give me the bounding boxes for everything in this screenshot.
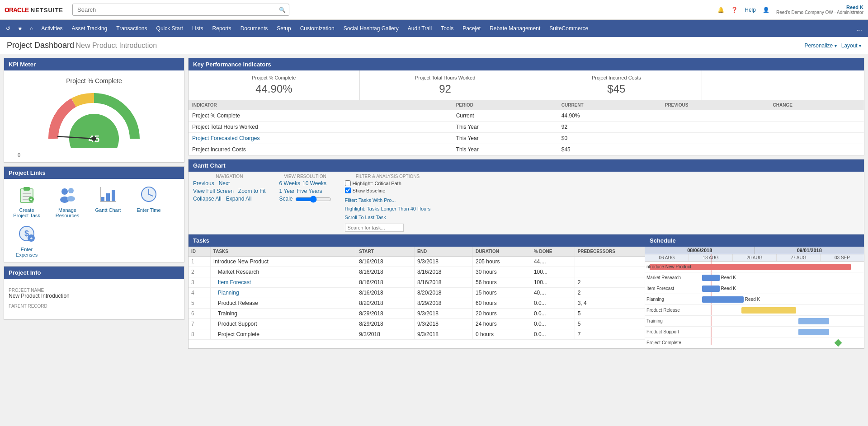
gantt-scale-slider[interactable] xyxy=(295,196,331,203)
svg-point-13 xyxy=(68,188,74,193)
page-actions: Personalize ▾ Layout ▾ xyxy=(805,42,861,49)
gantt-expand-link[interactable]: Expand All xyxy=(226,196,252,202)
gantt-bar[interactable] xyxy=(798,318,829,324)
nav-asset-tracking[interactable]: Asset Tracking xyxy=(67,20,112,37)
nav-reports[interactable]: Reports xyxy=(208,20,236,37)
gantt-bar[interactable] xyxy=(702,296,744,303)
gantt-scale-btn[interactable]: Scale xyxy=(279,196,293,203)
link-manage-resources[interactable]: ManageResources xyxy=(49,183,85,218)
date-06aug: 06 AUG xyxy=(645,254,689,261)
nav-rebate[interactable]: Rebate Management xyxy=(485,20,545,37)
kpi-metrics-row: Project % Complete 44.90% Project Total … xyxy=(189,70,864,100)
gantt-collapse-link[interactable]: Collapse All xyxy=(193,196,222,202)
nav-tools[interactable]: Tools xyxy=(436,20,458,37)
date-major-aug: 08/06/2018 xyxy=(645,247,755,254)
gantt-row-label: Item Forecast xyxy=(646,286,674,291)
nav-quick-start[interactable]: Quick Start xyxy=(152,20,188,37)
layout-button[interactable]: Layout ▾ xyxy=(841,42,861,49)
gantt-10weeks-btn[interactable]: 10 Weeks xyxy=(302,180,326,187)
help-label[interactable]: Help xyxy=(745,7,756,13)
gantt-1year-btn[interactable]: 1 Year xyxy=(279,188,295,194)
nav-social-hashtag[interactable]: Social Hashtag Gallery xyxy=(339,20,403,37)
svg-point-14 xyxy=(67,196,75,201)
tasks-table-section: Tasks ID TASKS START END DURATION % DONE xyxy=(189,234,645,348)
link-create-project-task[interactable]: + CreateProject Task xyxy=(9,183,45,218)
task-cell-predecessors: 5 xyxy=(575,319,645,329)
nav-suitecommerce[interactable]: SuiteCommerce xyxy=(545,20,593,37)
gantt-row: PlanningReed K xyxy=(645,294,864,305)
gantt-row: Project Complete xyxy=(645,337,864,348)
gantt-prev-link[interactable]: Previous xyxy=(193,180,214,187)
task-cell-done: 100... xyxy=(531,277,575,288)
task-table-row: 7 Product Support 8/29/2018 9/3/2018 24 … xyxy=(189,319,645,329)
gantt-scroll-last: Scroll To Last Task xyxy=(345,214,431,220)
nav-activities[interactable]: Activities xyxy=(37,20,67,37)
highlight-40hrs-link[interactable]: Highlight: Tasks Longer Than 40 Hours xyxy=(345,206,431,211)
date-13aug: 13 AUG xyxy=(689,254,733,261)
kpi-cell-period: This Year xyxy=(453,122,558,133)
link-enter-time[interactable]: Enter Time xyxy=(131,183,167,218)
gantt-nav-links: Previous Next xyxy=(193,180,266,187)
gantt-collapse-links: Collapse All Expand All xyxy=(193,196,266,202)
gantt-next-link[interactable]: Next xyxy=(219,180,230,187)
gantt-fiveyears-btn[interactable]: Five Years xyxy=(297,188,322,194)
user-avatar-icon[interactable]: 👤 xyxy=(763,7,769,13)
nav-customization[interactable]: Customization xyxy=(296,20,339,37)
link-enter-expenses[interactable]: $ + EnterExpenses xyxy=(9,223,45,257)
layout-dropdown-icon: ▾ xyxy=(859,43,861,48)
task-cell-duration: 60 hours xyxy=(473,298,531,309)
gantt-zoomfit-link[interactable]: Zoom to Fit xyxy=(238,188,266,194)
nav-home-icon[interactable]: ⌂ xyxy=(26,20,37,37)
show-baseline-checkbox[interactable] xyxy=(345,187,351,193)
tasks-th-id: ID xyxy=(189,247,210,257)
gantt-6weeks-btn[interactable]: 6 Weeks xyxy=(279,180,300,187)
clipboard-green-icon: + xyxy=(16,183,38,205)
task-cell-end: 8/29/2018 xyxy=(415,298,473,309)
kpi-meter-header: KPI Meter xyxy=(4,58,184,70)
date-03sep: 03 SEP xyxy=(821,254,864,261)
nav-transactions[interactable]: Transactions xyxy=(112,20,151,37)
task-cell-predecessors: 7 xyxy=(575,329,645,340)
nav-documents[interactable]: Documents xyxy=(236,20,273,37)
page-subtitle: New Product Introduction xyxy=(75,42,157,49)
task-cell-name[interactable]: Item Forecast xyxy=(210,277,356,288)
scroll-last-task-link[interactable]: Scroll To Last Task xyxy=(345,215,386,220)
info-parent-record-value xyxy=(9,309,179,315)
task-cell-end: 9/3/2018 xyxy=(415,309,473,319)
nav-audit-trail[interactable]: Audit Trail xyxy=(403,20,436,37)
page-title-area: Project Dashboard New Product Introducti… xyxy=(7,41,157,50)
gantt-bar[interactable] xyxy=(702,286,720,292)
gantt-bar[interactable] xyxy=(702,275,720,281)
task-cell-name[interactable]: Planning xyxy=(210,288,356,298)
nav-pacejet[interactable]: Pacejet xyxy=(458,20,485,37)
search-bar[interactable]: 🔍 xyxy=(72,4,289,16)
nav-more-button[interactable]: ... xyxy=(853,20,866,37)
task-search-input[interactable] xyxy=(345,224,404,232)
money-blue-icon: $ + xyxy=(16,223,38,244)
gantt-bar[interactable] xyxy=(741,307,796,314)
gauge-container: 45 xyxy=(9,89,179,148)
tasks-table-body: 1 Introduce New Product 8/16/2018 9/3/20… xyxy=(189,257,645,340)
help-icon[interactable]: ❓ xyxy=(731,7,738,13)
gantt-resource-label: Reed K xyxy=(745,297,760,302)
task-cell-predecessors xyxy=(575,257,645,267)
gantt-row-label: Planning xyxy=(646,297,664,302)
nav-history-icon[interactable]: ↺ xyxy=(2,20,14,37)
nav-lists[interactable]: Lists xyxy=(188,20,208,37)
tasks-table-header: Tasks xyxy=(189,234,645,247)
nav-favorites-icon[interactable]: ★ xyxy=(14,20,26,37)
gantt-bar[interactable] xyxy=(798,329,829,335)
link-gantt-chart[interactable]: Gantt Chart xyxy=(90,183,126,218)
kpi-cell-indicator[interactable]: Project Forecasted Charges xyxy=(189,133,453,144)
filter-tasks-with-link[interactable]: Filter: Tasks With Pro... xyxy=(345,197,396,203)
notifications-icon[interactable]: 🔔 xyxy=(717,7,724,13)
main-layout: KPI Meter Project % Complete 45 xyxy=(0,54,868,352)
show-baseline-label: Show Baseline xyxy=(353,188,386,193)
personalize-button[interactable]: Personalize ▾ xyxy=(805,42,837,49)
search-input[interactable] xyxy=(72,4,289,16)
nav-setup[interactable]: Setup xyxy=(272,20,295,37)
gantt-fullscreen-link[interactable]: View Full Screen xyxy=(193,188,234,194)
critical-path-checkbox[interactable] xyxy=(345,180,351,186)
task-cell-predecessors xyxy=(575,267,645,277)
task-cell-done: 0.0... xyxy=(531,329,575,340)
